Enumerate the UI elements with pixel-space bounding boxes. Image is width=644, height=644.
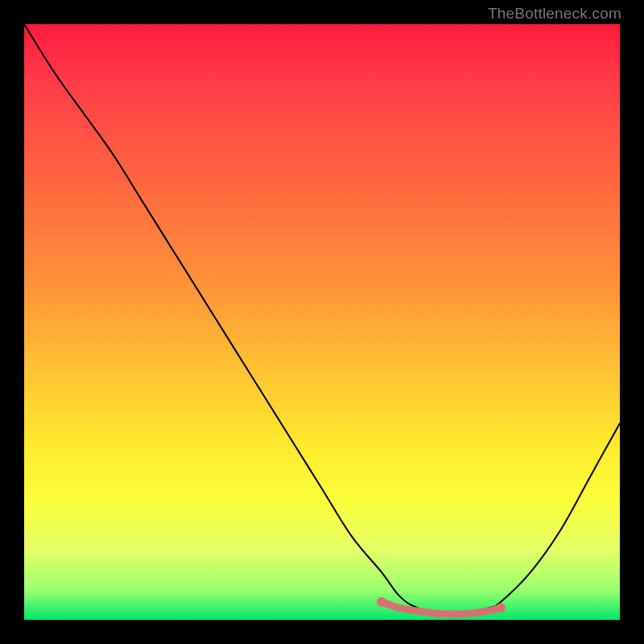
chart-curve <box>24 24 620 615</box>
chart-area <box>24 24 620 620</box>
chart-highlight-band <box>382 602 501 614</box>
chart-highlight-end-dot <box>496 603 506 613</box>
chart-highlight-start-dot <box>377 597 386 607</box>
attribution-label: TheBottleneck.com <box>488 5 621 23</box>
chart-svg <box>24 24 620 620</box>
stage: TheBottleneck.com <box>0 0 644 644</box>
